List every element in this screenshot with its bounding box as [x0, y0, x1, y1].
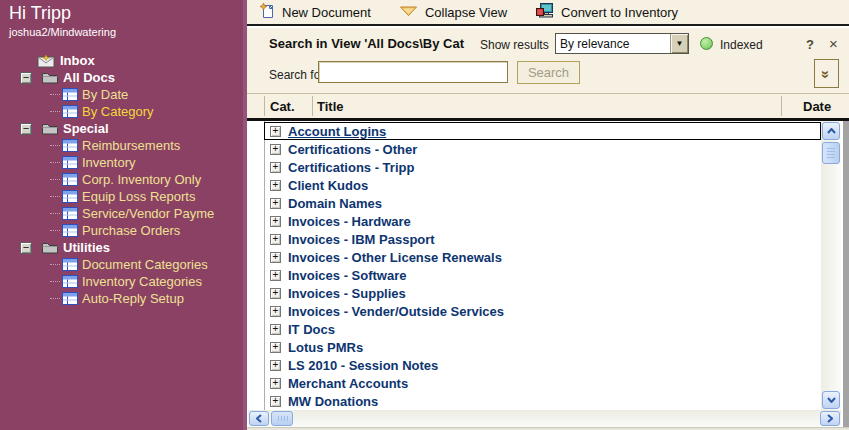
convert-to-inventory-button[interactable]: Convert to Inventory: [535, 2, 678, 22]
column-separator[interactable]: [312, 96, 313, 116]
category-title: IT Docs: [288, 322, 335, 337]
expand-icon[interactable]: +: [270, 396, 281, 407]
column-separator[interactable]: [781, 96, 782, 116]
sidebar-item-label: Corp. Inventory Only: [82, 172, 201, 187]
sidebar-item-folder[interactable]: − All Docs: [0, 69, 243, 86]
column-header-title[interactable]: Title: [317, 99, 344, 114]
sidebar-item-inbox[interactable]: Inbox: [0, 52, 243, 69]
column-header-row: Cat. Title Date: [247, 94, 849, 121]
expand-icon[interactable]: +: [270, 306, 281, 317]
category-row[interactable]: + IT Docs: [264, 320, 821, 338]
column-separator[interactable]: [264, 96, 265, 116]
search-button[interactable]: Search: [517, 61, 580, 84]
indexed-status-icon: [700, 37, 713, 50]
sidebar-item-view[interactable]: Auto-Reply Setup: [0, 290, 243, 307]
action-bar: New Document Collapse View: [247, 0, 849, 26]
category-row[interactable]: + Invoices - Vender/Outside Services: [264, 302, 821, 320]
category-row[interactable]: + Invoices - IBM Passport: [264, 230, 821, 248]
collapse-view-button[interactable]: Collapse View: [399, 5, 507, 20]
search-input[interactable]: [318, 61, 508, 83]
horizontal-scrollbar[interactable]: [248, 410, 841, 427]
close-icon[interactable]: ×: [829, 35, 838, 52]
sidebar-item-folder[interactable]: − Utilities: [0, 239, 243, 256]
greeting-text: Hi Tripp: [9, 3, 71, 24]
category-row[interactable]: + Lotus PMRs: [264, 338, 821, 356]
sidebar-item-folder[interactable]: − Special: [0, 120, 243, 137]
window-edge: [843, 121, 849, 430]
category-row[interactable]: + Client Kudos: [264, 176, 821, 194]
sidebar-item-view[interactable]: By Date: [0, 86, 243, 103]
expand-icon[interactable]: +: [270, 378, 281, 389]
expand-icon[interactable]: +: [270, 270, 281, 281]
sidebar-item-view[interactable]: Reimbursements: [0, 137, 243, 154]
convert-to-inventory-label: Convert to Inventory: [561, 5, 678, 20]
collapse-toggle-icon[interactable]: −: [20, 123, 32, 135]
sidebar-item-view[interactable]: Purchase Orders: [0, 222, 243, 239]
category-row[interactable]: + Invoices - Other License Renewals: [264, 248, 821, 266]
category-title: LS 2010 - Session Notes: [288, 358, 438, 373]
view-table-icon: [62, 156, 78, 169]
category-title: Client Kudos: [288, 178, 368, 193]
view-table-icon: [62, 292, 78, 305]
sidebar-item-view[interactable]: Corp. Inventory Only: [0, 171, 243, 188]
dropdown-selected-value: By relevance: [556, 37, 670, 51]
expand-icon[interactable]: +: [270, 126, 281, 137]
expand-icon[interactable]: +: [270, 252, 281, 263]
sidebar-item-label: Utilities: [63, 240, 110, 255]
sidebar-item-label: Service/Vendor Payme: [82, 206, 214, 221]
sidebar-item-view[interactable]: Document Categories: [0, 256, 243, 273]
category-title: Invoices - Hardware: [288, 214, 411, 229]
category-row[interactable]: + MW Donations: [264, 392, 821, 410]
column-header-date[interactable]: Date: [803, 99, 831, 114]
results-sort-dropdown[interactable]: By relevance ▼: [555, 33, 689, 54]
more-options-button[interactable]: »: [814, 59, 839, 88]
expand-icon[interactable]: +: [270, 144, 281, 155]
category-row[interactable]: + Invoices - Supplies: [264, 284, 821, 302]
search-view-title: Search in View 'All Docs\By Cat: [269, 36, 464, 51]
category-row[interactable]: + Account Logins: [264, 122, 821, 140]
collapse-toggle-icon[interactable]: −: [20, 72, 32, 84]
expand-icon[interactable]: +: [270, 234, 281, 245]
chevron-down-icon[interactable]: ▼: [670, 34, 688, 53]
category-row[interactable]: + Certifications - Tripp: [264, 158, 821, 176]
scroll-down-icon[interactable]: [822, 391, 840, 409]
category-row[interactable]: + Domain Names: [264, 194, 821, 212]
sidebar-item-view[interactable]: Service/Vendor Payme: [0, 205, 243, 222]
category-row[interactable]: + LS 2010 - Session Notes: [264, 356, 821, 374]
help-button[interactable]: ?: [806, 37, 814, 52]
expand-icon[interactable]: +: [270, 198, 281, 209]
vertical-scrollbar[interactable]: [821, 121, 841, 410]
sidebar-item-view[interactable]: Inventory: [0, 154, 243, 171]
notes-application-window: Hi Tripp joshua2/Mindwatering Inbox − Al…: [0, 0, 849, 430]
view-table-icon: [62, 173, 78, 186]
category-title: Domain Names: [288, 196, 382, 211]
expand-icon[interactable]: +: [270, 342, 281, 353]
show-results-label: Show results: [480, 38, 549, 52]
sidebar-item-view[interactable]: Inventory Categories: [0, 273, 243, 290]
category-row[interactable]: + Invoices - Hardware: [264, 212, 821, 230]
scroll-up-icon[interactable]: [822, 122, 840, 140]
folder-icon: [41, 71, 59, 84]
scroll-left-icon[interactable]: [249, 411, 269, 426]
expand-icon[interactable]: +: [270, 360, 281, 371]
category-row[interactable]: + Certifications - Other: [264, 140, 821, 158]
collapse-toggle-icon[interactable]: −: [20, 242, 32, 254]
expand-icon[interactable]: +: [270, 288, 281, 299]
expand-icon[interactable]: +: [270, 162, 281, 173]
search-for-label: Search for: [269, 68, 324, 82]
sidebar-item-view[interactable]: Equip Loss Reports: [0, 188, 243, 205]
sidebar-item-label: By Date: [82, 87, 128, 102]
column-header-cat[interactable]: Cat.: [270, 99, 295, 114]
scroll-right-icon[interactable]: [820, 411, 840, 426]
category-row[interactable]: + Merchant Accounts: [264, 374, 821, 392]
expand-icon[interactable]: +: [270, 180, 281, 191]
category-row[interactable]: + Invoices - Software: [264, 266, 821, 284]
horizontal-scroll-thumb[interactable]: [271, 411, 293, 426]
expand-icon[interactable]: +: [270, 216, 281, 227]
vertical-scroll-thumb[interactable]: [822, 142, 840, 164]
sidebar-item-view[interactable]: By Category: [0, 103, 243, 120]
category-title: Invoices - Software: [288, 268, 406, 283]
expand-icon[interactable]: +: [270, 324, 281, 335]
new-document-button[interactable]: New Document: [259, 2, 371, 22]
category-title: Invoices - Supplies: [288, 286, 406, 301]
